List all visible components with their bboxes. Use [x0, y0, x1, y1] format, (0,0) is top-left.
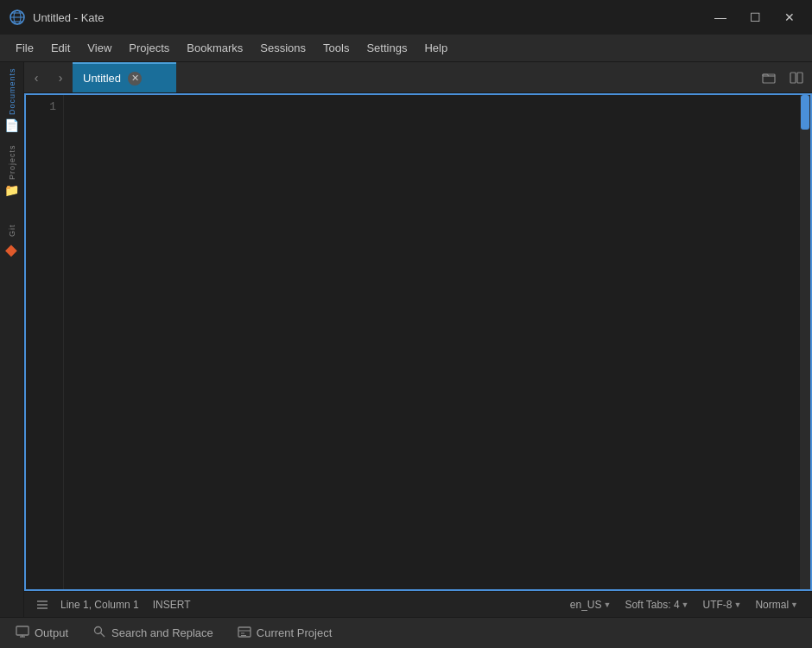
highlight-value: Normal — [755, 599, 789, 611]
window-title: Untitled - Kate — [33, 11, 707, 24]
highlight-selector[interactable]: Normal ▼ — [750, 597, 803, 613]
menu-projects[interactable]: Projects — [120, 38, 178, 58]
svg-rect-6 — [790, 73, 796, 83]
editor-content[interactable] — [64, 95, 800, 589]
sidebar-item-projects-label: Projects — [8, 145, 16, 181]
documents-icon: 📄 — [4, 118, 20, 132]
tab-prev-button[interactable]: ‹ — [24, 62, 48, 92]
tab-untitled[interactable]: Untitled ✕ — [73, 62, 176, 92]
sidebar-panels: 📄 Documents 📁 Projects ◆ Git — [0, 62, 24, 617]
language-value: en_US — [570, 599, 602, 611]
main-area: 📄 Documents 📁 Projects ◆ Git ‹ › Untitle… — [0, 62, 812, 617]
sidebar-item-git-label: Git — [8, 225, 16, 238]
close-button[interactable]: ✕ — [776, 5, 803, 29]
minimize-button[interactable]: — — [707, 5, 734, 29]
scrollbar-thumb[interactable] — [801, 95, 809, 130]
svg-rect-11 — [16, 626, 29, 635]
search-icon — [92, 625, 106, 641]
editor-wrapper: 1 — [24, 93, 812, 591]
menu-bar: File Edit View Projects Bookmarks Sessio… — [0, 35, 812, 62]
tab-title: Untitled — [83, 72, 121, 85]
svg-line-15 — [101, 633, 105, 638]
tab-actions — [757, 62, 812, 92]
git-icon: ◆ — [5, 240, 18, 259]
search-replace-label: Search and Replace — [111, 626, 213, 639]
cursor-position[interactable]: Line 1, Column 1 — [55, 597, 144, 613]
projects-icon: 📁 — [4, 183, 20, 197]
menu-settings[interactable]: Settings — [358, 38, 416, 58]
open-documents-button[interactable] — [757, 66, 781, 90]
split-view-button[interactable] — [784, 66, 809, 90]
tabs-chevron-icon: ▼ — [682, 600, 689, 609]
menu-tools[interactable]: Tools — [314, 38, 358, 58]
current-project-label: Current Project — [257, 626, 332, 639]
tab-close-button[interactable]: ✕ — [128, 72, 142, 86]
output-icon — [16, 625, 29, 641]
sidebar-item-documents-label: Documents — [8, 68, 16, 116]
project-icon — [238, 625, 251, 641]
scrollbar-track[interactable] — [800, 95, 810, 589]
search-replace-tool[interactable]: Search and Replace — [87, 621, 219, 645]
status-menu-button[interactable] — [33, 595, 52, 614]
window-controls: — ☐ ✕ — [707, 5, 803, 29]
title-bar: Untitled - Kate — ☐ ✕ — [0, 0, 812, 35]
encoding-value: UTF-8 — [702, 599, 732, 611]
tab-next-button[interactable]: › — [48, 62, 73, 92]
sidebar-item-projects[interactable]: 📁 Projects — [1, 137, 23, 206]
folder-icon — [762, 71, 776, 85]
highlight-chevron-icon: ▼ — [790, 600, 798, 609]
language-selector[interactable]: en_US ▼ — [565, 597, 617, 613]
output-tool[interactable]: Output — [10, 621, 73, 645]
menu-sessions[interactable]: Sessions — [251, 38, 314, 58]
bottom-toolbar: Output Search and Replace Current Projec… — [0, 617, 812, 648]
line-number-1: 1 — [33, 100, 56, 113]
menu-edit[interactable]: Edit — [42, 38, 79, 58]
encoding-chevron-icon: ▼ — [733, 600, 741, 609]
app-icon — [9, 9, 26, 26]
editor-container: ‹ › Untitled ✕ — [24, 62, 812, 617]
menu-bookmarks[interactable]: Bookmarks — [178, 38, 251, 58]
tab-bar: ‹ › Untitled ✕ — [24, 62, 812, 93]
svg-rect-7 — [797, 73, 802, 83]
current-project-tool[interactable]: Current Project — [232, 621, 337, 645]
menu-help[interactable]: Help — [416, 38, 456, 58]
encoding-selector[interactable]: UTF-8 ▼ — [697, 597, 746, 613]
line-numbers: 1 — [26, 95, 64, 589]
tabs-selector[interactable]: Soft Tabs: 4 ▼ — [619, 597, 694, 613]
output-label: Output — [35, 626, 68, 639]
menu-file[interactable]: File — [7, 38, 42, 58]
maximize-button[interactable]: ☐ — [741, 5, 769, 29]
menu-view[interactable]: View — [79, 38, 120, 58]
split-icon — [790, 71, 803, 85]
editor-mode[interactable]: INSERT — [148, 597, 196, 613]
sidebar-item-git[interactable]: ◆ Git — [1, 207, 23, 276]
status-bar: Line 1, Column 1 INSERT en_US ▼ Soft Tab… — [24, 591, 812, 617]
sidebar-item-documents[interactable]: 📄 Documents — [1, 66, 23, 135]
hamburger-icon — [36, 599, 48, 611]
tabs-value: Soft Tabs: 4 — [625, 599, 679, 611]
svg-point-14 — [95, 627, 102, 634]
language-chevron-icon: ▼ — [603, 600, 611, 609]
